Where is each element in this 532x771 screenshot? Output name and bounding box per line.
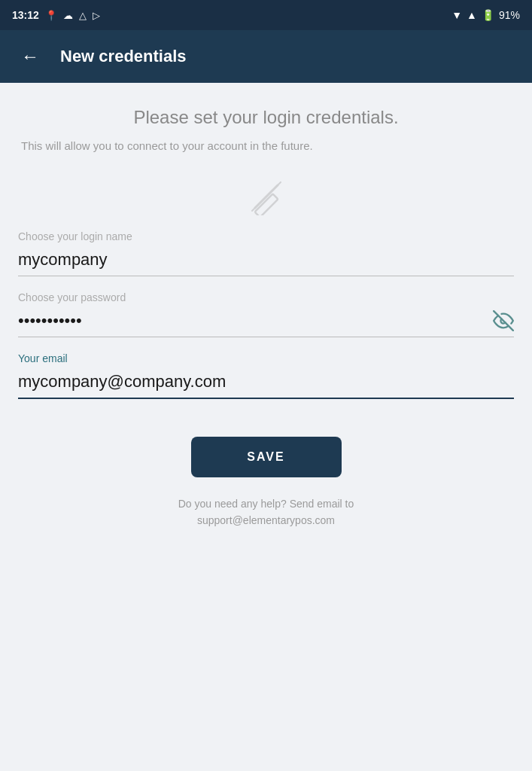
back-button[interactable]: ← [15,43,45,70]
help-text-line1: Do you need any help? Send email to [178,498,354,510]
password-input[interactable] [18,308,514,337]
location-icon: 📍 [45,10,57,21]
eye-off-icon [493,310,514,331]
svg-line-2 [278,182,281,185]
cloud-icon: ☁ [63,10,73,21]
email-group: Your email [18,352,514,399]
battery-icon: 🔋 [482,9,494,21]
help-text: Do you need any help? Send email to supp… [178,495,354,529]
play-icon: ▷ [93,10,100,21]
status-bar: 13:12 📍 ☁ △ ▷ ▼ ▲ 🔋 91% [0,0,532,30]
login-name-label: Choose your login name [18,230,514,242]
status-bar-left: 13:12 📍 ☁ △ ▷ [12,9,100,21]
help-text-line2: support@elementarypos.com [197,514,335,526]
password-visibility-toggle[interactable] [493,310,514,334]
password-label: Choose your password [18,291,514,303]
status-bar-right: ▼ ▲ 🔋 91% [451,9,520,21]
page-title: New credentials [60,47,187,66]
email-label: Your email [18,352,514,364]
password-group: Choose your password [18,291,514,337]
form-container: Choose your login name Choose your passw… [18,230,514,414]
email-input[interactable] [18,369,514,399]
battery-percentage: 91% [499,9,520,21]
intro-title: Please set your login credentials. [18,105,514,129]
login-name-group: Choose your login name [18,230,514,276]
header: ← New credentials [0,30,532,83]
svg-line-1 [252,208,255,211]
intro-subtitle: This will allow you to connect to your a… [18,138,514,155]
edit-pencil-icon [248,178,285,215]
login-name-input[interactable] [18,247,514,276]
wifi-icon: ▼ [451,9,462,21]
signal-icon: ▲ [467,9,477,21]
password-input-wrapper [18,308,514,337]
back-arrow-icon: ← [21,46,39,67]
main-content: Please set your login credentials. This … [0,83,532,559]
save-button[interactable]: SAVE [191,437,342,477]
intro-section: Please set your login credentials. This … [18,105,514,155]
status-time: 13:12 [12,9,39,21]
warning-icon: △ [79,10,87,21]
edit-icon-container [248,178,285,215]
